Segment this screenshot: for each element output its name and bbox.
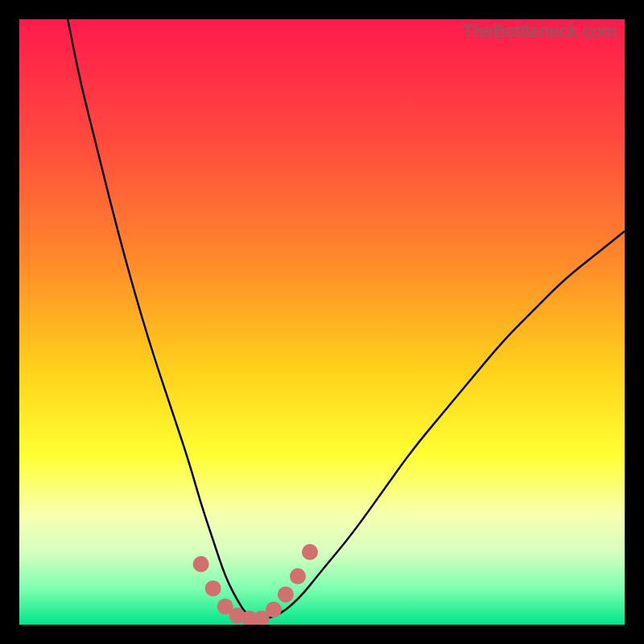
highlight-dot	[205, 580, 221, 597]
highlight-dot	[278, 586, 294, 602]
highlight-dot	[193, 556, 209, 572]
watermark-text: TheBottleneck.com	[462, 21, 617, 42]
highlight-dot	[302, 544, 318, 560]
highlight-dot	[290, 568, 306, 584]
gradient-background	[19, 19, 625, 625]
highlight-dot	[266, 601, 282, 617]
chart-frame: TheBottleneck.com	[19, 19, 625, 625]
bottleneck-chart	[19, 19, 625, 625]
